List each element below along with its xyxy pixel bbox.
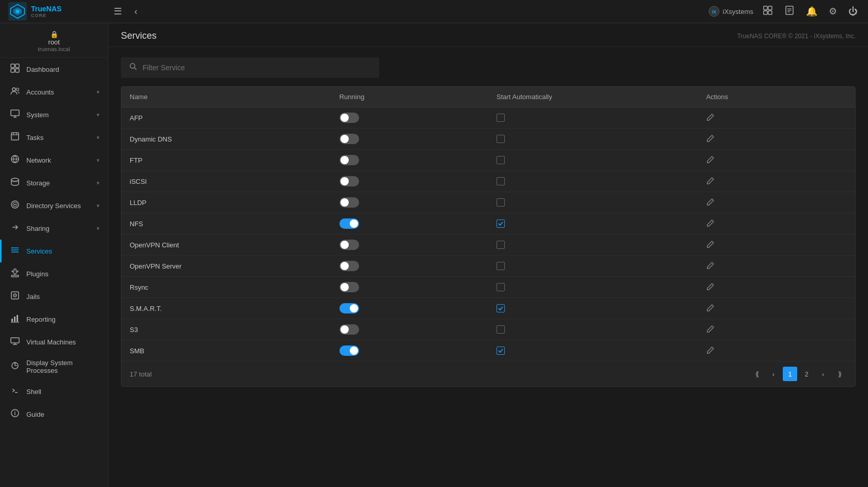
edit-button[interactable]: [706, 240, 715, 250]
running-toggle[interactable]: [339, 345, 359, 356]
edit-button[interactable]: [706, 198, 715, 208]
service-running[interactable]: [331, 192, 488, 213]
running-toggle[interactable]: [339, 134, 359, 144]
start-auto-checkbox[interactable]: [497, 262, 505, 270]
service-running[interactable]: [331, 319, 488, 340]
page-last-button[interactable]: ⟫: [832, 367, 847, 381]
service-running[interactable]: [331, 340, 488, 361]
sidebar-item-virtual-machines[interactable]: Virtual Machines: [0, 331, 108, 353]
service-start-auto[interactable]: [488, 278, 698, 296]
edit-button[interactable]: [706, 177, 715, 186]
edit-button[interactable]: [706, 261, 715, 271]
services-content: Name Running Start Automatically Actions…: [109, 47, 868, 397]
sidebar-item-accounts[interactable]: Accounts ▾: [0, 81, 108, 103]
service-running[interactable]: [331, 150, 488, 170]
service-start-auto[interactable]: [488, 299, 698, 318]
service-start-auto[interactable]: [488, 320, 698, 339]
sidebar-item-sharing[interactable]: Sharing ▾: [0, 217, 108, 240]
page-first-button[interactable]: ⟪: [750, 367, 764, 381]
page-1-button[interactable]: 1: [783, 367, 797, 381]
start-auto-checkbox[interactable]: [497, 325, 505, 334]
sidebar-item-network[interactable]: Network ▾: [0, 149, 108, 171]
service-start-auto[interactable]: [488, 235, 698, 254]
sidebar-item-dashboard[interactable]: Dashboard: [0, 58, 108, 81]
service-start-auto[interactable]: [488, 130, 698, 148]
filter-input[interactable]: [143, 64, 371, 72]
guide-icon: i: [10, 409, 20, 420]
service-start-auto[interactable]: [488, 341, 698, 360]
edit-button[interactable]: [706, 282, 715, 292]
running-toggle[interactable]: [339, 240, 359, 250]
sidebar-item-jails[interactable]: Jails: [0, 285, 108, 308]
service-running[interactable]: [331, 107, 488, 128]
running-toggle[interactable]: [339, 176, 359, 186]
alerts-button[interactable]: 🔔: [804, 4, 819, 19]
edit-button[interactable]: [706, 219, 715, 229]
sidebar-item-guide[interactable]: i Guide: [0, 403, 108, 426]
service-start-auto[interactable]: [488, 193, 698, 212]
start-auto-checkbox[interactable]: [497, 114, 505, 122]
start-auto-checkbox[interactable]: [497, 304, 505, 312]
table-row: LLDP: [121, 192, 855, 213]
back-button[interactable]: ‹: [132, 4, 140, 19]
hamburger-button[interactable]: ☰: [112, 4, 124, 19]
sidebar-item-plugins[interactable]: Plugins: [0, 262, 108, 285]
sidebar-item-storage[interactable]: Storage ▾: [0, 171, 108, 194]
running-toggle[interactable]: [339, 303, 359, 313]
truecommand-button[interactable]: [761, 3, 775, 20]
running-toggle[interactable]: [339, 218, 359, 229]
sidebar-item-display-system-processes[interactable]: Display System Processes: [0, 353, 108, 380]
running-toggle[interactable]: [339, 261, 359, 271]
service-actions: [698, 341, 855, 361]
brand-sub: CORE: [31, 13, 61, 18]
service-actions: [698, 320, 855, 340]
running-toggle[interactable]: [339, 282, 359, 292]
svg-point-43: [14, 295, 16, 296]
page-2-button[interactable]: 2: [799, 367, 814, 381]
settings-button[interactable]: ⚙: [827, 4, 839, 19]
start-auto-checkbox[interactable]: [497, 135, 505, 143]
sidebar-item-tasks[interactable]: Tasks ▾: [0, 126, 108, 149]
running-toggle[interactable]: [339, 155, 359, 165]
start-auto-checkbox[interactable]: [497, 198, 505, 207]
edit-button[interactable]: [706, 134, 715, 144]
sidebar-item-shell[interactable]: Shell: [0, 380, 108, 403]
edit-button[interactable]: [706, 346, 715, 356]
service-start-auto[interactable]: [488, 151, 698, 169]
service-running[interactable]: [331, 256, 488, 276]
service-running[interactable]: [331, 298, 488, 319]
service-running[interactable]: [331, 234, 488, 255]
edit-button[interactable]: [706, 304, 715, 313]
table-row: SMB: [121, 340, 855, 361]
sidebar-item-directory-services[interactable]: Directory Services ▾: [0, 194, 108, 217]
page-next-button[interactable]: ›: [816, 367, 830, 381]
power-button[interactable]: ⏻: [846, 4, 860, 19]
sidebar-item-reporting[interactable]: Reporting: [0, 308, 108, 331]
start-auto-checkbox[interactable]: [497, 283, 505, 291]
edit-button[interactable]: [706, 325, 715, 335]
service-start-auto[interactable]: [488, 172, 698, 191]
running-toggle[interactable]: [339, 113, 359, 123]
service-start-auto[interactable]: [488, 214, 698, 233]
service-running[interactable]: [331, 171, 488, 192]
running-toggle[interactable]: [339, 197, 359, 208]
start-auto-checkbox[interactable]: [497, 219, 505, 228]
page-prev-button[interactable]: ‹: [766, 367, 781, 381]
edit-button[interactable]: [706, 155, 715, 165]
changelog-button[interactable]: [782, 3, 797, 20]
running-toggle[interactable]: [339, 324, 359, 335]
sidebar-item-system[interactable]: System ▾: [0, 103, 108, 126]
start-auto-checkbox[interactable]: [497, 347, 505, 355]
edit-button[interactable]: [706, 113, 715, 123]
service-running[interactable]: [331, 277, 488, 297]
accounts-chevron: ▾: [97, 89, 100, 96]
start-auto-checkbox[interactable]: [497, 156, 505, 164]
start-auto-checkbox[interactable]: [497, 177, 505, 185]
hostname: truenas.local: [0, 46, 108, 52]
service-start-auto[interactable]: [488, 108, 698, 127]
service-running[interactable]: [331, 213, 488, 234]
start-auto-checkbox[interactable]: [497, 241, 505, 249]
sidebar-item-services[interactable]: Services: [0, 240, 108, 262]
service-start-auto[interactable]: [488, 257, 698, 275]
service-running[interactable]: [331, 129, 488, 149]
